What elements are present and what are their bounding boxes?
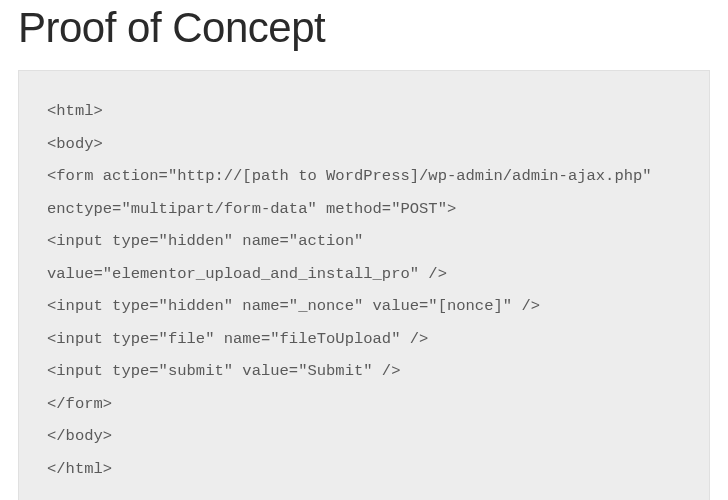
code-block: <html> <body> <form action="http://[path… — [18, 70, 710, 500]
page-title: Proof of Concept — [18, 4, 710, 52]
